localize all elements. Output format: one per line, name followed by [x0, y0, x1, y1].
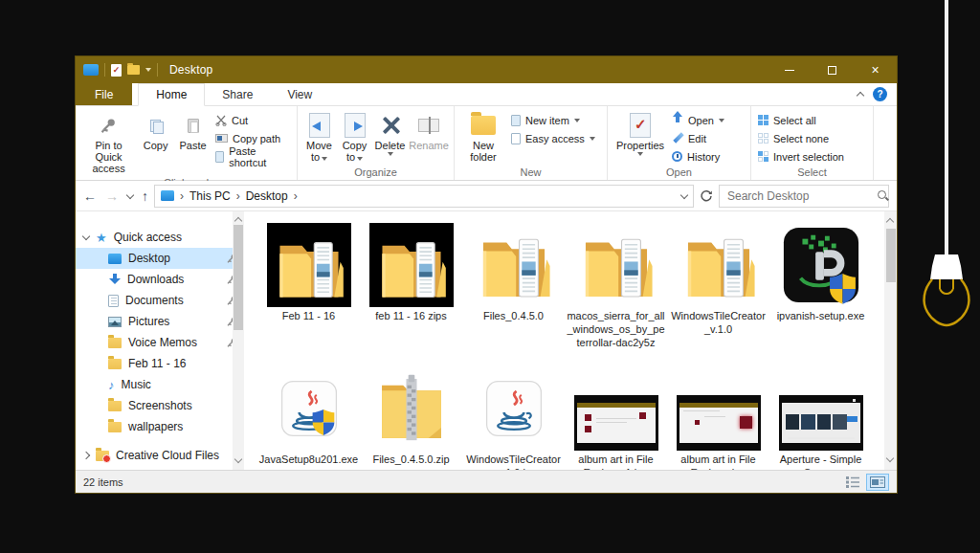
cut-button[interactable]: Cut — [212, 112, 293, 128]
file-tile[interactable]: JavaSetup8u201.exe — [257, 366, 360, 470]
customize-qat-caret-icon[interactable] — [145, 68, 151, 72]
breadcrumb-separator: › — [180, 189, 184, 203]
file-tile[interactable]: WindowsTileCreator_v.1.0 — [667, 223, 769, 349]
tab-view[interactable]: View — [270, 83, 329, 105]
maximize-button[interactable] — [811, 56, 854, 83]
new-folder-qat-icon[interactable] — [127, 65, 140, 75]
invert-selection-button[interactable]: Invert selection — [755, 148, 847, 165]
group-label-open: Open — [608, 166, 750, 180]
sidebar-scrollbar[interactable] — [233, 211, 244, 470]
tab-home[interactable]: Home — [138, 83, 205, 106]
sidebar-item-voice-memos[interactable]: Voice Memos — [76, 332, 244, 353]
minimize-button[interactable] — [768, 56, 811, 83]
file-tile[interactable]: Files_0.4.5.0.zip — [360, 366, 462, 470]
scrollbar-thumb[interactable] — [234, 225, 243, 330]
address-dropdown-caret-icon[interactable] — [680, 190, 688, 198]
downloads-icon — [108, 274, 121, 286]
file-tile[interactable]: album art in File Explorer 1.jpg — [565, 366, 667, 470]
pin-to-quick-access-button[interactable]: Pin to Quick access — [79, 109, 138, 176]
folder-icon — [679, 227, 759, 307]
recent-locations-caret-icon[interactable] — [126, 190, 134, 198]
edit-button[interactable]: Edit — [669, 130, 727, 146]
minimize-icon — [785, 70, 794, 71]
breadcrumb[interactable]: › This PC › Desktop › — [154, 185, 694, 208]
sidebar-item-pictures[interactable]: Pictures — [76, 311, 244, 332]
file-tile[interactable]: ipvanish-setup.exe — [769, 223, 872, 349]
file-tile[interactable]: WindowsTileCreator_v.1.0.jar — [462, 366, 565, 470]
file-tile[interactable]: macos_sierra_for_all_windows_os_by_peter… — [565, 223, 667, 349]
properties-qat-icon[interactable]: ✓ — [111, 64, 122, 77]
ribbon-group-open: ✓ Properties Open Edit — [608, 106, 751, 180]
delete-icon — [380, 115, 401, 136]
scrollbar-thumb[interactable] — [886, 229, 896, 282]
properties-button[interactable]: ✓ Properties — [612, 109, 669, 158]
expander-icon[interactable] — [82, 452, 90, 459]
refresh-icon[interactable] — [700, 189, 713, 203]
tab-file[interactable]: File — [76, 83, 132, 105]
easy-access-button[interactable]: Easy access — [508, 130, 598, 146]
search-icon[interactable] — [878, 190, 882, 202]
details-view-button[interactable] — [841, 474, 864, 491]
sidebar-item-downloads[interactable]: Downloads — [76, 269, 244, 290]
file-tile[interactable]: album art in File Explorer.jpg — [667, 366, 769, 470]
file-label: JavaSetup8u201.exe — [259, 453, 359, 466]
search-input[interactable] — [725, 188, 878, 204]
desktop-icon — [108, 254, 122, 264]
main-area: ★ Quick access Desktop Downloads Documen… — [76, 211, 897, 470]
image-thumbnail — [677, 395, 761, 451]
scroll-down-icon[interactable] — [886, 454, 894, 462]
breadcrumb-this-pc[interactable]: This PC — [189, 189, 231, 203]
select-none-icon — [758, 133, 768, 144]
sidebar-item-feb-11-16[interactable]: Feb 11 - 16 — [76, 353, 244, 374]
move-to-button[interactable]: Move to — [301, 109, 337, 165]
ribbon-group-clipboard: Pin to Quick access Copy Paste Cut — [76, 106, 298, 180]
new-item-button[interactable]: New item — [508, 112, 598, 128]
scroll-up-icon[interactable] — [886, 218, 894, 226]
open-icon — [672, 115, 683, 126]
sidebar-item-desktop[interactable]: Desktop — [76, 248, 244, 269]
sidebar-item-documents[interactable]: Documents — [76, 290, 244, 311]
content-scrollbar[interactable] — [884, 211, 897, 470]
folder-icon — [108, 401, 122, 411]
file-tile[interactable]: Aperture - Simple Screen — [769, 366, 872, 470]
sidebar-item-music[interactable]: ♪ Music — [76, 374, 244, 395]
paste-shortcut-button[interactable]: Paste shortcut — [212, 148, 293, 165]
sidebar-item-wallpapers[interactable]: wallpapers — [76, 416, 244, 437]
history-button[interactable]: History — [669, 148, 727, 165]
help-icon[interactable]: ? — [873, 87, 887, 101]
paste-shortcut-icon — [215, 151, 224, 163]
paste-button[interactable]: Paste — [173, 109, 212, 153]
copy-button[interactable]: Copy — [138, 109, 173, 153]
dropdown-caret-icon — [574, 119, 580, 122]
delete-button[interactable]: Delete — [372, 109, 408, 158]
file-tile[interactable]: feb 11 - 16 zips — [360, 223, 462, 349]
open-button[interactable]: Open — [669, 112, 727, 128]
collapse-ribbon-icon[interactable] — [857, 92, 864, 100]
expander-icon[interactable] — [82, 232, 90, 240]
sidebar-item-quick-access[interactable]: ★ Quick access — [76, 227, 244, 248]
scroll-up-icon[interactable] — [234, 217, 242, 225]
file-label: Feb 11 - 16 — [259, 309, 359, 322]
file-label: feb 11 - 16 zips — [362, 309, 461, 322]
breadcrumb-desktop[interactable]: Desktop — [246, 189, 288, 203]
new-folder-button[interactable]: New folder — [458, 109, 508, 165]
back-icon[interactable]: ← — [83, 188, 97, 204]
folder-icon — [108, 422, 122, 432]
hanging-lightbulb-illustration — [917, 0, 978, 344]
select-all-button[interactable]: Select all — [755, 112, 847, 128]
close-button[interactable]: × — [854, 56, 897, 83]
search-box[interactable] — [719, 185, 889, 208]
scroll-down-icon[interactable] — [234, 455, 242, 463]
large-icons-view-button[interactable] — [866, 474, 889, 491]
select-none-button[interactable]: Select none — [755, 130, 847, 146]
tab-share[interactable]: Share — [205, 83, 270, 105]
rename-button[interactable]: Rename — [408, 109, 450, 153]
divider — [157, 63, 158, 77]
file-tile[interactable]: Files_0.4.5.0 — [462, 223, 565, 349]
file-tile[interactable]: Feb 11 - 16 — [257, 223, 360, 349]
sidebar-item-screenshots[interactable]: Screenshots — [76, 395, 244, 416]
copy-to-button[interactable]: Copy to — [337, 109, 372, 165]
up-icon[interactable]: ↑ — [142, 188, 148, 204]
sidebar-item-creative-cloud-files[interactable]: Creative Cloud Files — [76, 445, 244, 466]
copy-path-button[interactable]: Copy path — [212, 130, 293, 146]
